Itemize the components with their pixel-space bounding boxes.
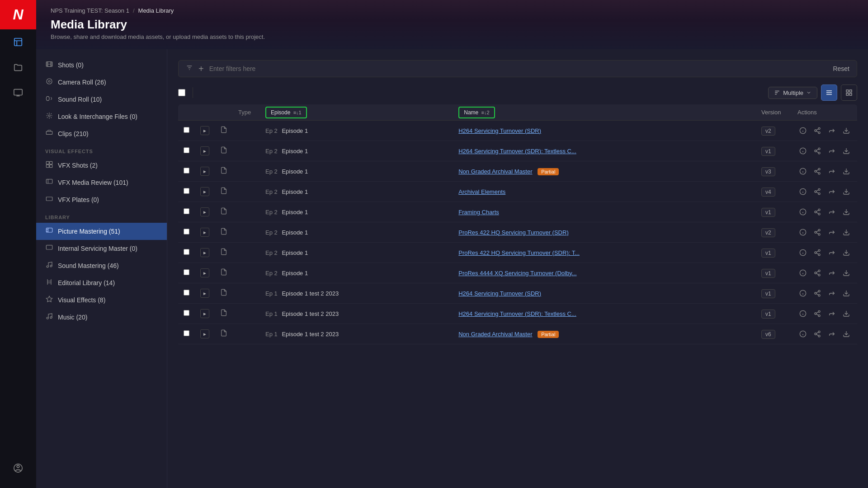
row-checkbox[interactable] — [184, 290, 189, 296]
row-name-link[interactable]: H264 Servicing Turnover (SDR) — [458, 127, 541, 134]
list-view-button[interactable] — [821, 84, 837, 101]
th-episode[interactable]: Episode ≡↓1 — [260, 104, 453, 121]
expand-button[interactable]: ► — [200, 187, 209, 196]
download-button[interactable] — [841, 125, 852, 136]
th-name[interactable]: Name ≡↓2 — [453, 104, 756, 121]
sidebar-item-editorial-library[interactable]: Editorial Library (14) — [36, 274, 167, 291]
info-button[interactable] — [797, 328, 808, 339]
expand-button[interactable]: ► — [200, 248, 209, 257]
download-button[interactable] — [841, 328, 852, 339]
table-row[interactable]: ► Ep 2 Episode 1 Framing Charts v1 — [178, 202, 857, 222]
info-button[interactable] — [797, 288, 808, 299]
sidebar-item-vfx-media-review[interactable]: VFX Media Review (101) — [36, 174, 167, 191]
expand-button[interactable]: ► — [200, 146, 209, 155]
filter-add-button[interactable]: + — [198, 64, 204, 73]
rail-icon-folder[interactable] — [0, 55, 36, 80]
row-checkbox[interactable] — [184, 330, 189, 336]
rail-icon-review[interactable] — [0, 80, 36, 105]
info-button[interactable] — [797, 125, 808, 136]
row-checkbox[interactable] — [184, 208, 189, 214]
row-checkbox[interactable] — [184, 269, 189, 275]
forward-button[interactable] — [826, 166, 837, 177]
table-row[interactable]: ► Ep 2 Episode 1 H264 Servicing Turnover… — [178, 141, 857, 161]
share-button[interactable] — [812, 328, 823, 339]
sidebar-item-vfx-shots[interactable]: VFX Shots (2) — [36, 157, 167, 174]
row-checkbox[interactable] — [184, 229, 189, 235]
share-button[interactable] — [812, 247, 823, 258]
info-button[interactable] — [797, 186, 808, 197]
share-button[interactable] — [812, 227, 823, 238]
sidebar-item-camera-roll[interactable]: Camera Roll (26) — [36, 74, 167, 91]
forward-button[interactable] — [826, 288, 837, 299]
download-button[interactable] — [841, 166, 852, 177]
download-button[interactable] — [841, 206, 852, 217]
forward-button[interactable] — [826, 125, 837, 136]
info-button[interactable] — [797, 227, 808, 238]
row-name-link[interactable]: Archival Elements — [458, 188, 505, 195]
share-button[interactable] — [812, 186, 823, 197]
forward-button[interactable] — [826, 145, 837, 156]
info-button[interactable] — [797, 247, 808, 258]
forward-button[interactable] — [826, 328, 837, 339]
download-button[interactable] — [841, 227, 852, 238]
sidebar-item-sound-roll[interactable]: Sound Roll (10) — [36, 91, 167, 108]
table-row[interactable]: ► Ep 2 Episode 1 H264 Servicing Turnover… — [178, 121, 857, 141]
expand-button[interactable]: ► — [200, 289, 209, 298]
sidebar-item-clips[interactable]: Clips (210) — [36, 125, 167, 142]
forward-button[interactable] — [826, 227, 837, 238]
share-button[interactable] — [812, 308, 823, 319]
sidebar-item-look-interchange[interactable]: Look & Interchange Files (0) — [36, 108, 167, 125]
select-all-checkbox[interactable] — [178, 89, 185, 96]
info-button[interactable] — [797, 166, 808, 177]
row-checkbox[interactable] — [184, 168, 189, 174]
table-row[interactable]: ► Ep 1 Episode 1 test 2 2023 H264 Servic… — [178, 304, 857, 324]
table-row[interactable]: ► Ep 2 Episode 1 Archival Elements v4 — [178, 182, 857, 202]
sidebar-item-visual-effects[interactable]: Visual Effects (8) — [36, 291, 167, 309]
forward-button[interactable] — [826, 186, 837, 197]
row-name-link[interactable]: Non Graded Archival Master — [458, 168, 532, 175]
download-button[interactable] — [841, 288, 852, 299]
share-button[interactable] — [812, 267, 823, 278]
filter-reset-button[interactable]: Reset — [833, 65, 849, 72]
info-button[interactable] — [797, 145, 808, 156]
forward-button[interactable] — [826, 206, 837, 217]
share-button[interactable] — [812, 125, 823, 136]
share-button[interactable] — [812, 288, 823, 299]
expand-button[interactable]: ► — [200, 207, 209, 216]
row-name-link[interactable]: ProRes 422 HQ Servicing Turnover (SDR) — [458, 229, 568, 236]
sidebar-item-music[interactable]: Music (20) — [36, 309, 167, 326]
table-row[interactable]: ► Ep 2 Episode 1 ProRes 422 HQ Servicing… — [178, 222, 857, 243]
row-name-link[interactable]: Framing Charts — [458, 209, 499, 216]
row-name-link[interactable]: ProRes 422 HQ Servicing Turnover (SDR): … — [458, 249, 580, 256]
download-button[interactable] — [841, 267, 852, 278]
table-row[interactable]: ► Ep 1 Episode 1 test 2 2023 Non Graded … — [178, 324, 857, 344]
info-button[interactable] — [797, 308, 808, 319]
info-button[interactable] — [797, 206, 808, 217]
forward-button[interactable] — [826, 308, 837, 319]
forward-button[interactable] — [826, 247, 837, 258]
row-checkbox[interactable] — [184, 310, 189, 316]
table-row[interactable]: ► Ep 2 Episode 1 ProRes 4444 XQ Servicin… — [178, 263, 857, 283]
sidebar-item-sound-mastering[interactable]: Sound Mastering (46) — [36, 257, 167, 274]
sidebar-item-internal-servicing[interactable]: Internal Servicing Master (0) — [36, 240, 167, 257]
row-name-link[interactable]: H264 Servicing Turnover (SDR): Textless … — [458, 148, 576, 155]
download-button[interactable] — [841, 308, 852, 319]
table-row[interactable]: ► Ep 2 Episode 1 ProRes 422 HQ Servicing… — [178, 243, 857, 263]
expand-button[interactable]: ► — [200, 167, 209, 176]
download-button[interactable] — [841, 247, 852, 258]
info-button[interactable] — [797, 267, 808, 278]
row-name-link[interactable]: H264 Servicing Turnover (SDR): Textless … — [458, 310, 576, 317]
download-button[interactable] — [841, 145, 852, 156]
grid-view-button[interactable] — [841, 84, 857, 101]
sort-button[interactable]: Multiple — [768, 87, 817, 99]
rail-icon-media[interactable] — [0, 29, 36, 55]
row-checkbox[interactable] — [184, 127, 189, 133]
row-name-link[interactable]: Non Graded Archival Master — [458, 331, 532, 338]
download-button[interactable] — [841, 186, 852, 197]
rail-icon-user[interactable] — [0, 455, 36, 481]
sidebar-item-picture-mastering[interactable]: Picture Mastering (51) — [36, 223, 167, 240]
row-checkbox[interactable] — [184, 188, 189, 194]
row-checkbox[interactable] — [184, 147, 189, 153]
filter-input[interactable] — [209, 65, 828, 72]
share-button[interactable] — [812, 145, 823, 156]
